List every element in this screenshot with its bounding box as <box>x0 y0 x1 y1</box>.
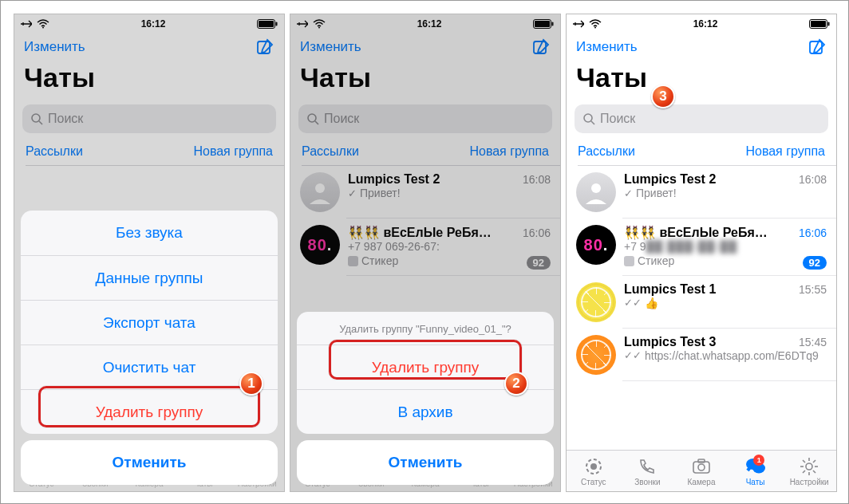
svg-rect-17 <box>811 21 826 27</box>
search-input[interactable]: Поиск <box>575 104 828 133</box>
double-tick-icon: ✓✓ <box>624 297 642 309</box>
chat-phone: +7 9██ ███-██-██ <box>624 240 827 253</box>
chat-preview: Привет! <box>636 187 677 199</box>
svg-point-22 <box>591 183 601 193</box>
new-group-link[interactable]: Новая группа <box>745 144 825 159</box>
group-info-option[interactable]: Данные группы <box>21 255 278 300</box>
svg-line-35 <box>803 460 805 463</box>
tab-chats[interactable]: Чаты 1 <box>729 451 783 491</box>
broadcasts-link[interactable]: Рассылки <box>578 144 635 159</box>
avatar-placeholder-icon <box>576 172 616 212</box>
svg-rect-27 <box>698 459 705 463</box>
compose-icon[interactable] <box>808 37 827 57</box>
chat-row[interactable]: Lumpics Test 1 15:55 ✓✓👍 <box>567 276 836 329</box>
status-icon <box>583 456 604 477</box>
chat-row[interactable]: Lumpics Test 2 16:08 ✓Привет! <box>567 166 836 219</box>
phone-screen-2: 16:12 Изменить Чаты Поиск Рассылки Новая… <box>290 14 561 492</box>
chat-time: 15:55 <box>799 283 827 296</box>
confirm-title: Удалить группу "Funny_video_01_"? <box>297 312 554 345</box>
unread-badge: 92 <box>803 256 827 270</box>
action-sheet: Удалить группу "Funny_video_01_"? Удалит… <box>297 312 554 485</box>
chat-time: 15:45 <box>799 336 827 348</box>
chat-preview: 👍 <box>645 297 658 309</box>
status-bar: 16:12 <box>567 14 836 32</box>
avatar <box>576 335 616 375</box>
mute-option[interactable]: Без звука <box>21 211 278 255</box>
delete-group-confirm[interactable]: Удалить группу <box>297 345 554 389</box>
chat-name: Lumpics Test 1 <box>624 282 716 297</box>
double-tick-icon: ✓✓ <box>624 349 642 362</box>
svg-rect-18 <box>827 22 829 26</box>
chat-row[interactable]: 80. 👯👯 вЕсЕлЫе РеБя… 16:06 +7 9██ ███-██… <box>567 219 836 276</box>
airplane-mode-icon <box>573 19 584 29</box>
chat-name: Lumpics Test 2 <box>624 172 716 187</box>
tab-camera[interactable]: Камера <box>674 451 729 491</box>
phone-screen-3: 16:12 Изменить Чаты Поиск Рассылки Новая… <box>566 14 837 492</box>
svg-point-24 <box>590 463 597 470</box>
status-time: 16:12 <box>693 18 718 30</box>
battery-icon <box>809 19 830 29</box>
chat-time: 16:06 <box>799 226 827 239</box>
cancel-button[interactable]: Отменить <box>21 440 278 485</box>
tab-bar: Статус Звонки Камера Чаты 1 Настройки <box>567 450 836 491</box>
search-icon <box>582 112 595 125</box>
header: Изменить Чаты <box>567 32 836 98</box>
sticker-icon <box>624 256 634 266</box>
svg-rect-25 <box>693 462 709 473</box>
cancel-button[interactable]: Отменить <box>297 440 554 485</box>
export-chat-option[interactable]: Экспорт чата <box>21 300 278 345</box>
chat-name: Lumpics Test 3 <box>624 335 716 349</box>
svg-point-26 <box>698 464 705 471</box>
clear-chat-option[interactable]: Очистить чат <box>21 345 278 389</box>
chat-time: 16:08 <box>799 173 827 186</box>
svg-point-15 <box>594 27 596 29</box>
page-title: Чаты <box>576 59 827 93</box>
phone-icon <box>637 456 657 477</box>
chat-preview: https://chat.whatsapp.com/E6DTq9 <box>645 349 819 364</box>
svg-point-20 <box>584 114 592 122</box>
svg-line-37 <box>813 460 815 463</box>
wifi-icon <box>589 19 602 29</box>
tab-status[interactable]: Статус <box>567 451 621 491</box>
edit-button[interactable]: Изменить <box>576 39 638 55</box>
avatar <box>576 282 616 322</box>
svg-point-30 <box>806 463 812 470</box>
archive-option[interactable]: В архив <box>297 389 554 434</box>
tab-settings[interactable]: Настройки <box>782 451 836 491</box>
phone-screen-1: 16:12 Изменить Чаты Поиск Рассылки Новая… <box>14 14 285 492</box>
action-sheet: Без звука Данные группы Экспорт чата Очи… <box>21 211 278 485</box>
svg-line-36 <box>813 471 815 473</box>
chat-name: 👯👯 вЕсЕлЫе РеБя… <box>624 225 768 240</box>
search-placeholder: Поиск <box>600 112 635 126</box>
svg-line-38 <box>803 471 805 473</box>
svg-line-21 <box>591 121 594 124</box>
camera-icon <box>691 456 712 477</box>
avatar: 80. <box>576 225 616 265</box>
chat-row[interactable]: Lumpics Test 3 15:45 ✓✓https://chat.what… <box>567 329 836 381</box>
gear-icon <box>799 456 819 477</box>
tab-calls[interactable]: Звонки <box>621 451 675 491</box>
chat-preview: Стикер <box>638 254 674 267</box>
single-tick-icon: ✓ <box>624 187 633 199</box>
delete-group-option[interactable]: Удалить группу <box>21 389 278 434</box>
